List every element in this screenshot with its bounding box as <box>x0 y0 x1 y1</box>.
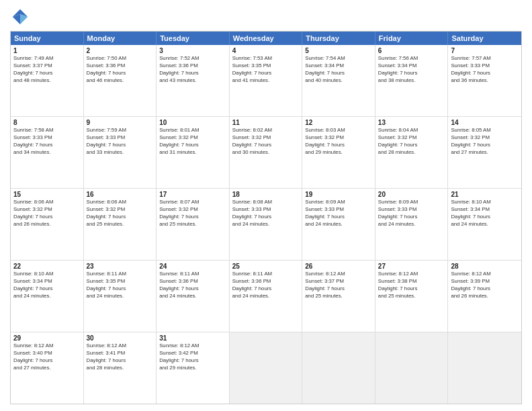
calendar-cell: 14Sunrise: 8:05 AMSunset: 3:32 PMDayligh… <box>448 117 521 188</box>
calendar-body: 1Sunrise: 7:49 AMSunset: 3:37 PMDaylight… <box>11 45 521 404</box>
cell-details: Sunrise: 8:11 AMSunset: 3:36 PMDaylight:… <box>159 271 226 300</box>
day-number: 24 <box>159 263 226 270</box>
day-number: 3 <box>159 47 226 54</box>
calendar-cell: 30Sunrise: 8:12 AMSunset: 3:41 PMDayligh… <box>84 332 157 404</box>
calendar-cell: 28Sunrise: 8:12 AMSunset: 3:39 PMDayligh… <box>448 261 521 332</box>
calendar-cell: 3Sunrise: 7:52 AMSunset: 3:36 PMDaylight… <box>157 45 230 116</box>
day-number: 29 <box>13 334 81 342</box>
calendar-cell: 8Sunrise: 7:58 AMSunset: 3:33 PMDaylight… <box>11 117 84 188</box>
cell-details: Sunrise: 8:10 AMSunset: 3:34 PMDaylight:… <box>13 271 81 300</box>
cell-details: Sunrise: 7:54 AMSunset: 3:34 PMDaylight:… <box>305 55 372 85</box>
day-number: 30 <box>87 334 154 342</box>
calendar-cell: 7Sunrise: 7:57 AMSunset: 3:33 PMDaylight… <box>448 45 521 116</box>
calendar-cell: 10Sunrise: 8:01 AMSunset: 3:32 PMDayligh… <box>157 117 230 188</box>
day-number: 5 <box>305 47 372 54</box>
day-number: 8 <box>13 119 81 126</box>
calendar-row-4: 22Sunrise: 8:10 AMSunset: 3:34 PMDayligh… <box>11 260 521 332</box>
day-number: 19 <box>305 191 372 198</box>
calendar-cell: 17Sunrise: 8:07 AMSunset: 3:32 PMDayligh… <box>157 189 230 260</box>
day-number: 9 <box>87 119 154 126</box>
cell-details: Sunrise: 8:01 AMSunset: 3:32 PMDaylight:… <box>159 127 226 156</box>
header-day-tuesday: Tuesday <box>157 32 230 45</box>
day-number: 26 <box>305 263 372 270</box>
cell-details: Sunrise: 8:11 AMSunset: 3:36 PMDaylight:… <box>232 271 300 300</box>
day-number: 21 <box>451 191 519 198</box>
cell-details: Sunrise: 8:12 AMSunset: 3:40 PMDaylight:… <box>13 342 81 372</box>
cell-details: Sunrise: 7:59 AMSunset: 3:33 PMDaylight:… <box>87 127 154 156</box>
cell-details: Sunrise: 8:09 AMSunset: 3:33 PMDaylight:… <box>305 199 372 228</box>
calendar-cell: 25Sunrise: 8:11 AMSunset: 3:36 PMDayligh… <box>230 261 303 332</box>
day-number: 15 <box>13 191 81 198</box>
cell-details: Sunrise: 8:03 AMSunset: 3:32 PMDaylight:… <box>305 127 372 156</box>
calendar-cell <box>375 332 449 404</box>
header-day-thursday: Thursday <box>302 32 375 45</box>
cell-details: Sunrise: 8:06 AMSunset: 3:32 PMDaylight:… <box>87 199 154 228</box>
logo-icon <box>10 7 30 27</box>
day-number: 20 <box>378 191 445 198</box>
day-number: 4 <box>232 47 300 54</box>
page: SundayMondayTuesdayWednesdayThursdayFrid… <box>0 0 532 411</box>
cell-details: Sunrise: 8:12 AMSunset: 3:38 PMDaylight:… <box>378 271 445 300</box>
calendar-cell: 18Sunrise: 8:08 AMSunset: 3:33 PMDayligh… <box>230 189 303 260</box>
cell-details: Sunrise: 7:56 AMSunset: 3:34 PMDaylight:… <box>378 55 445 85</box>
day-number: 18 <box>232 191 300 198</box>
day-number: 1 <box>13 47 81 54</box>
day-number: 25 <box>232 263 300 270</box>
day-number: 31 <box>159 334 226 342</box>
calendar-cell <box>302 332 375 404</box>
cell-details: Sunrise: 8:04 AMSunset: 3:32 PMDaylight:… <box>378 127 445 156</box>
header-day-friday: Friday <box>375 32 449 45</box>
day-number: 22 <box>13 263 81 270</box>
calendar-cell: 1Sunrise: 7:49 AMSunset: 3:37 PMDaylight… <box>11 45 84 116</box>
calendar-cell: 6Sunrise: 7:56 AMSunset: 3:34 PMDaylight… <box>375 45 449 116</box>
calendar-cell: 27Sunrise: 8:12 AMSunset: 3:38 PMDayligh… <box>375 261 449 332</box>
cell-details: Sunrise: 7:52 AMSunset: 3:36 PMDaylight:… <box>159 55 226 85</box>
calendar-cell: 31Sunrise: 8:12 AMSunset: 3:42 PMDayligh… <box>157 332 230 404</box>
cell-details: Sunrise: 8:12 AMSunset: 3:42 PMDaylight:… <box>159 342 226 372</box>
calendar-cell: 16Sunrise: 8:06 AMSunset: 3:32 PMDayligh… <box>84 189 157 260</box>
cell-details: Sunrise: 8:12 AMSunset: 3:39 PMDaylight:… <box>451 271 519 300</box>
cell-details: Sunrise: 8:06 AMSunset: 3:32 PMDaylight:… <box>13 199 81 228</box>
day-number: 14 <box>451 119 519 126</box>
cell-details: Sunrise: 8:12 AMSunset: 3:37 PMDaylight:… <box>305 271 372 300</box>
cell-details: Sunrise: 8:05 AMSunset: 3:32 PMDaylight:… <box>451 127 519 156</box>
cell-details: Sunrise: 7:57 AMSunset: 3:33 PMDaylight:… <box>451 55 519 85</box>
day-number: 11 <box>232 119 300 126</box>
calendar-header: SundayMondayTuesdayWednesdayThursdayFrid… <box>11 32 521 45</box>
calendar-row-5: 29Sunrise: 8:12 AMSunset: 3:40 PMDayligh… <box>11 332 521 404</box>
calendar-cell: 24Sunrise: 8:11 AMSunset: 3:36 PMDayligh… <box>157 261 230 332</box>
calendar-cell <box>230 332 303 404</box>
cell-details: Sunrise: 7:58 AMSunset: 3:33 PMDaylight:… <box>13 127 81 156</box>
day-number: 2 <box>87 47 154 54</box>
calendar-cell: 23Sunrise: 8:11 AMSunset: 3:35 PMDayligh… <box>84 261 157 332</box>
day-number: 27 <box>378 263 445 270</box>
calendar-cell: 11Sunrise: 8:02 AMSunset: 3:32 PMDayligh… <box>230 117 303 188</box>
calendar-cell: 21Sunrise: 8:10 AMSunset: 3:34 PMDayligh… <box>448 189 521 260</box>
cell-details: Sunrise: 7:53 AMSunset: 3:35 PMDaylight:… <box>232 55 300 85</box>
calendar-cell: 26Sunrise: 8:12 AMSunset: 3:37 PMDayligh… <box>302 261 375 332</box>
header <box>10 7 522 27</box>
calendar-cell: 5Sunrise: 7:54 AMSunset: 3:34 PMDaylight… <box>302 45 375 116</box>
day-number: 7 <box>451 47 519 54</box>
header-day-sunday: Sunday <box>11 32 84 45</box>
day-number: 10 <box>159 119 226 126</box>
calendar-cell: 15Sunrise: 8:06 AMSunset: 3:32 PMDayligh… <box>11 189 84 260</box>
header-day-saturday: Saturday <box>448 32 521 45</box>
calendar-cell: 9Sunrise: 7:59 AMSunset: 3:33 PMDaylight… <box>84 117 157 188</box>
cell-details: Sunrise: 8:12 AMSunset: 3:41 PMDaylight:… <box>87 342 154 372</box>
calendar-row-3: 15Sunrise: 8:06 AMSunset: 3:32 PMDayligh… <box>11 188 521 260</box>
day-number: 28 <box>451 263 519 270</box>
cell-details: Sunrise: 7:50 AMSunset: 3:36 PMDaylight:… <box>87 55 154 85</box>
calendar-row-1: 1Sunrise: 7:49 AMSunset: 3:37 PMDaylight… <box>11 45 521 116</box>
cell-details: Sunrise: 8:11 AMSunset: 3:35 PMDaylight:… <box>87 271 154 300</box>
header-day-wednesday: Wednesday <box>230 32 303 45</box>
cell-details: Sunrise: 8:02 AMSunset: 3:32 PMDaylight:… <box>232 127 300 156</box>
calendar-cell: 29Sunrise: 8:12 AMSunset: 3:40 PMDayligh… <box>11 332 84 404</box>
day-number: 23 <box>87 263 154 270</box>
calendar-row-2: 8Sunrise: 7:58 AMSunset: 3:33 PMDaylight… <box>11 116 521 188</box>
cell-details: Sunrise: 7:49 AMSunset: 3:37 PMDaylight:… <box>13 55 81 85</box>
header-day-monday: Monday <box>84 32 157 45</box>
calendar-cell: 20Sunrise: 8:09 AMSunset: 3:33 PMDayligh… <box>375 189 449 260</box>
calendar-cell: 12Sunrise: 8:03 AMSunset: 3:32 PMDayligh… <box>302 117 375 188</box>
calendar-cell: 13Sunrise: 8:04 AMSunset: 3:32 PMDayligh… <box>375 117 449 188</box>
